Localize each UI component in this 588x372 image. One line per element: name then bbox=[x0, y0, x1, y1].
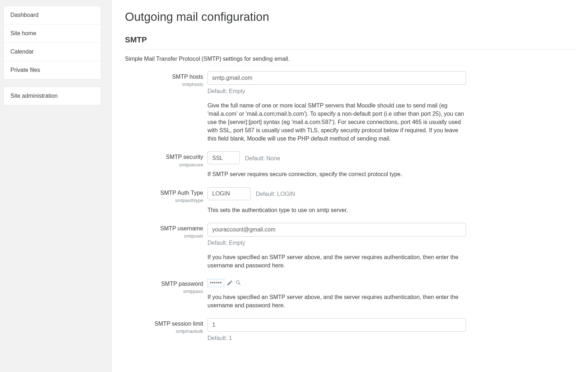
sidebar-item-site-administration[interactable]: Site administration bbox=[4, 87, 101, 105]
field-label: SMTP hosts bbox=[125, 73, 203, 80]
field-default: Default: Empty bbox=[207, 239, 572, 247]
reveal-icon[interactable] bbox=[235, 280, 242, 286]
field-description: If you have specified an SMTP server abo… bbox=[207, 253, 466, 270]
smtpuser-input[interactable] bbox=[207, 223, 466, 236]
smtpmaxbulk-input[interactable] bbox=[207, 318, 466, 332]
field-label: SMTP password bbox=[125, 280, 203, 287]
smtphosts-input[interactable] bbox=[207, 71, 466, 85]
nav-block-admin: Site administration bbox=[4, 87, 101, 105]
password-masked: •••••• bbox=[207, 279, 224, 287]
field-key: smtphosts bbox=[125, 81, 203, 88]
sidebar-item-calendar[interactable]: Calendar bbox=[4, 43, 101, 61]
field-smtpuser: SMTP username smtpuser Default: Empty If… bbox=[125, 223, 575, 270]
edit-icon[interactable] bbox=[227, 280, 233, 286]
field-default: Default: 1 bbox=[207, 334, 572, 343]
field-smtppass: SMTP password smtppass •••••• If you hav… bbox=[125, 278, 575, 309]
divider bbox=[125, 49, 575, 50]
field-smtpmaxbulk: SMTP session limit smtpmaxbulk Default: … bbox=[125, 318, 575, 343]
page-title: Outgoing mail configuration bbox=[125, 8, 575, 26]
field-description: This sets the authentication type to use… bbox=[207, 206, 466, 214]
smtpsecure-select[interactable]: SSL bbox=[207, 151, 240, 164]
sidebar: Dashboard Site home Calendar Private fil… bbox=[4, 0, 101, 372]
field-description: Give the full name of one or more local … bbox=[207, 101, 466, 143]
field-label: SMTP Auth Type bbox=[125, 189, 203, 196]
sidebar-item-site-home[interactable]: Site home bbox=[4, 24, 101, 43]
main-content: Outgoing mail configuration SMTP Simple … bbox=[112, 0, 588, 372]
nav-block-main: Dashboard Site home Calendar Private fil… bbox=[4, 6, 101, 79]
section-title: SMTP bbox=[125, 34, 575, 46]
field-label: SMTP security bbox=[125, 153, 203, 160]
field-description: If SMTP server requires secure connectio… bbox=[207, 170, 466, 178]
smtpauthtype-select[interactable]: LOGIN bbox=[207, 187, 251, 200]
field-label: SMTP username bbox=[125, 225, 203, 232]
field-label: SMTP session limit bbox=[125, 320, 203, 327]
field-smtpsecure: SMTP security smtpsecure SSL Default: No… bbox=[125, 151, 575, 178]
field-smtpauthtype: SMTP Auth Type smtpauthtype LOGIN Defaul… bbox=[125, 187, 575, 214]
sidebar-item-private-files[interactable]: Private files bbox=[4, 61, 101, 79]
field-key: smtpsecure bbox=[125, 161, 203, 169]
field-default: Default: Empty bbox=[207, 87, 572, 96]
section-description: Simple Mail Transfer Protocol (SMTP) set… bbox=[125, 55, 575, 63]
field-key: smtpuser bbox=[125, 233, 203, 240]
sidebar-item-dashboard[interactable]: Dashboard bbox=[4, 6, 101, 24]
field-default: Default: None bbox=[245, 154, 280, 163]
field-default: Default: LOGIN bbox=[256, 190, 295, 198]
field-key: smtpauthtype bbox=[125, 197, 203, 204]
field-key: smtppass bbox=[125, 288, 203, 295]
field-description: If you have specified an SMTP server abo… bbox=[207, 293, 466, 309]
field-smtphosts: SMTP hosts smtphosts Default: Empty Give… bbox=[125, 71, 575, 143]
field-key: smtpmaxbulk bbox=[125, 328, 203, 335]
